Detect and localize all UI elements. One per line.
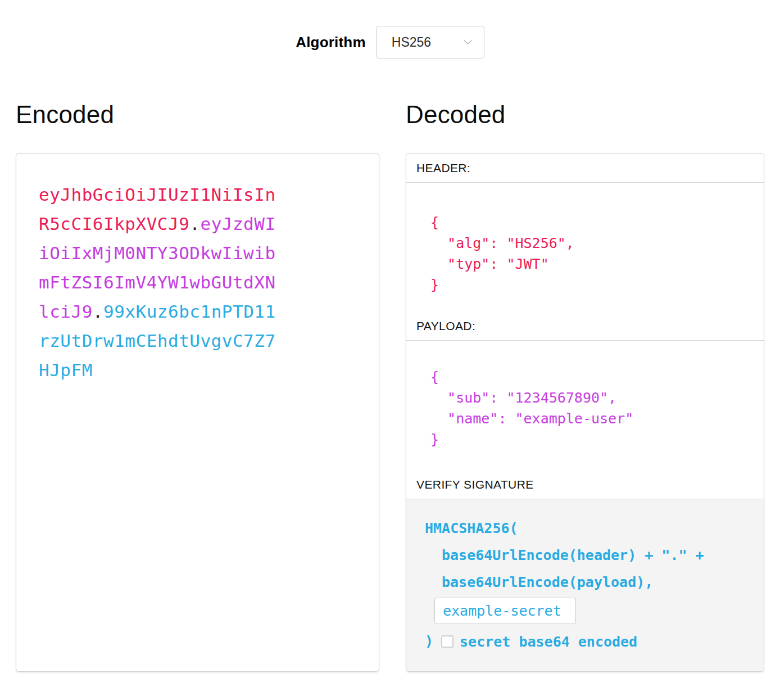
decoded-panel: HEADER: { "alg": "HS256", "typ": "JWT" }… <box>406 153 764 672</box>
payload-json-editor[interactable]: { "sub": "1234567890", "name": "example-… <box>406 341 764 470</box>
hmac-code-line-3: base64UrlEncode(payload), <box>442 569 764 596</box>
secret-input[interactable] <box>434 598 576 624</box>
token-separator-dot: . <box>189 214 200 234</box>
secret-base64-checkbox-label[interactable]: secret base64 encoded <box>460 634 637 650</box>
hmac-code-line-2: base64UrlEncode(header) + "." + <box>442 542 764 569</box>
header-json-editor[interactable]: { "alg": "HS256", "typ": "JWT" } <box>406 183 764 311</box>
token-separator-dot: . <box>93 301 103 322</box>
decoded-heading: Decoded <box>406 101 764 128</box>
secret-options-row: ) secret base64 encoded <box>425 632 764 651</box>
header-section-label: HEADER: <box>406 153 764 183</box>
encoded-token-editor[interactable]: eyJhbGciOiJIUzI1NiIsInR5cCI6IkpXVCJ9.eyJ… <box>16 153 379 672</box>
algorithm-select[interactable]: HS256 <box>376 26 484 58</box>
algorithm-label: Algorithm <box>296 34 366 51</box>
chevron-down-icon <box>463 39 473 45</box>
algorithm-bar: Algorithm HS256 <box>0 0 780 58</box>
hmac-closing-paren: ) <box>425 632 433 651</box>
verify-signature-area: HMACSHA256( base64UrlEncode(header) + ".… <box>406 499 764 671</box>
encoded-heading: Encoded <box>16 101 379 128</box>
payload-section-label: PAYLOAD: <box>406 311 764 341</box>
hmac-code-line-1: HMACSHA256( <box>425 515 764 542</box>
verify-signature-section-label: VERIFY SIGNATURE <box>406 470 764 499</box>
debugger-columns: Encoded eyJhbGciOiJIUzI1NiIsInR5cCI6IkpX… <box>0 101 780 672</box>
secret-base64-checkbox[interactable] <box>441 635 454 648</box>
encoded-column: Encoded eyJhbGciOiJIUzI1NiIsInR5cCI6IkpX… <box>16 101 379 672</box>
algorithm-selected-value: HS256 <box>392 35 431 50</box>
decoded-column: Decoded HEADER: { "alg": "HS256", "typ":… <box>406 101 764 672</box>
jwt-token-text[interactable]: eyJhbGciOiJIUzI1NiIsInR5cCI6IkpXVCJ9.eyJ… <box>39 180 282 385</box>
